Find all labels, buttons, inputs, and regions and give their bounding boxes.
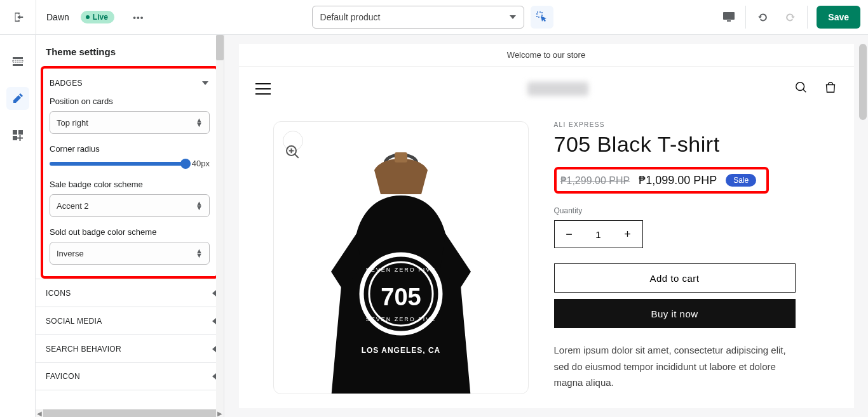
preview-canvas: Welcome to our store	[239, 44, 854, 408]
accordion-social-media[interactable]: SOCIAL MEDIA	[36, 307, 224, 334]
svg-rect-7	[18, 130, 23, 135]
price-block: ₱1,299.00 PHP ₱1,099.00 PHP Sale	[554, 167, 770, 194]
product-image: SEVEN ZERO FIVE 705 SEVEN ZERO FIVE LOS …	[296, 145, 506, 394]
left-rail	[0, 35, 36, 417]
sidebar-title: Theme settings	[36, 35, 224, 66]
accordion-label: FAVICON	[46, 372, 80, 381]
store-header	[239, 67, 854, 111]
svg-rect-4	[13, 60, 23, 62]
quantity-input[interactable]	[584, 229, 613, 240]
badges-panel: BADGES Position on cards Top right ▲▼ Co…	[41, 66, 219, 279]
search-icon[interactable]	[794, 81, 808, 97]
announcement-bar: Welcome to our store	[239, 44, 854, 67]
rail-apps-button[interactable]	[6, 124, 29, 147]
svg-rect-6	[13, 130, 17, 135]
product-gallery: SEVEN ZERO FIVE 705 SEVEN ZERO FIVE LOS …	[273, 121, 529, 394]
exit-button[interactable]	[8, 6, 29, 28]
accordion-icons[interactable]: ICONS	[36, 279, 224, 307]
product-info: ALI EXPRESS 705 Black T-shirt ₱1,299.00 …	[554, 121, 820, 394]
quantity-stepper: − +	[554, 220, 643, 248]
accordion-search-behavior[interactable]: SEARCH BEHAVIOR	[36, 334, 224, 362]
svg-rect-5	[13, 64, 23, 66]
viewport-desktop-button[interactable]	[717, 6, 740, 29]
sale-scheme-select[interactable]: Accent 2 ▲▼	[50, 194, 210, 217]
corner-radius-value: 40px	[192, 159, 210, 168]
price: ₱1,099.00 PHP	[639, 173, 717, 187]
template-select-value: Default product	[320, 12, 381, 22]
position-select[interactable]: Top right ▲▼	[50, 111, 210, 134]
accordion-label: ICONS	[46, 289, 71, 298]
add-to-cart-button[interactable]: Add to cart	[554, 263, 796, 293]
svg-rect-1	[723, 12, 735, 20]
accordion-favicon[interactable]: FAVICON	[36, 362, 224, 390]
accordion-label: SEARCH BEHAVIOR	[46, 345, 121, 354]
corner-radius-slider[interactable]	[50, 162, 186, 166]
product-title: 705 Black T-shirt	[554, 132, 820, 157]
position-label: Position on cards	[50, 96, 210, 106]
buy-now-button[interactable]: Buy it now	[554, 299, 796, 328]
select-updown-icon: ▲▼	[196, 249, 203, 258]
badges-accordion-header[interactable]: BADGES	[50, 72, 210, 94]
accordion-label: SOCIAL MEDIA	[46, 317, 102, 326]
sidebar-h-scrollbar[interactable]: ◀ ▶	[36, 409, 224, 417]
position-select-value: Top right	[57, 118, 88, 128]
svg-rect-3	[13, 57, 23, 59]
svg-text:LOS ANGELES, CA: LOS ANGELES, CA	[361, 346, 440, 355]
soldout-scheme-value: Inverse	[57, 249, 84, 258]
compare-price: ₱1,299.00 PHP	[560, 175, 630, 187]
chevron-down-icon	[510, 15, 516, 19]
sale-scheme-label: Sale badge color scheme	[50, 180, 210, 189]
quantity-label: Quantity	[554, 206, 820, 215]
template-select[interactable]: Default product	[312, 6, 524, 29]
theme-name: Dawn	[46, 12, 69, 22]
select-updown-icon: ▲▼	[196, 201, 203, 210]
settings-sidebar: Theme settings BADGES Position on cards …	[36, 35, 224, 417]
rail-theme-settings-button[interactable]	[6, 87, 29, 110]
product-vendor: ALI EXPRESS	[554, 121, 820, 128]
gallery-zoom-button[interactable]	[283, 131, 303, 151]
soldout-scheme-select[interactable]: Inverse ▲▼	[50, 242, 210, 265]
chevron-down-icon	[202, 81, 208, 85]
svg-rect-11	[395, 152, 407, 162]
svg-text:SEVEN ZERO FIVE: SEVEN ZERO FIVE	[365, 267, 436, 273]
corner-radius-label: Corner radius	[50, 144, 210, 154]
svg-rect-2	[727, 20, 731, 22]
preview-area: Welcome to our store	[224, 35, 868, 417]
more-actions-button[interactable]: •••	[130, 8, 147, 26]
product-description: Lorem ipsum dolor sit amet, consectetur …	[554, 342, 796, 391]
status-badge: Live	[81, 11, 114, 23]
badges-header-label: BADGES	[50, 79, 83, 88]
quantity-decrease[interactable]: −	[555, 221, 584, 248]
sidebar-scrollbar[interactable]	[216, 35, 224, 409]
quantity-increase[interactable]: +	[613, 221, 642, 248]
redo-button[interactable]	[779, 6, 802, 29]
inspector-toggle[interactable]	[531, 6, 553, 29]
svg-text:SEVEN ZERO FIVE: SEVEN ZERO FIVE	[365, 316, 436, 322]
preview-scrollbar[interactable]	[859, 44, 867, 120]
sale-badge: Sale	[726, 174, 756, 187]
cart-icon[interactable]	[824, 81, 837, 97]
slider-thumb[interactable]	[180, 159, 191, 169]
select-updown-icon: ▲▼	[196, 118, 203, 127]
undo-button[interactable]	[751, 6, 774, 29]
svg-rect-8	[13, 136, 17, 140]
sale-scheme-value: Accent 2	[57, 201, 89, 211]
top-bar: Dawn Live ••• Default product Save	[0, 0, 868, 35]
menu-icon[interactable]	[255, 83, 271, 95]
rail-sections-button[interactable]	[6, 50, 29, 73]
soldout-scheme-label: Sold out badge color scheme	[50, 227, 210, 237]
store-logo[interactable]	[527, 82, 588, 96]
svg-point-9	[796, 83, 804, 91]
save-button[interactable]: Save	[817, 6, 860, 29]
svg-text:705: 705	[381, 284, 421, 310]
